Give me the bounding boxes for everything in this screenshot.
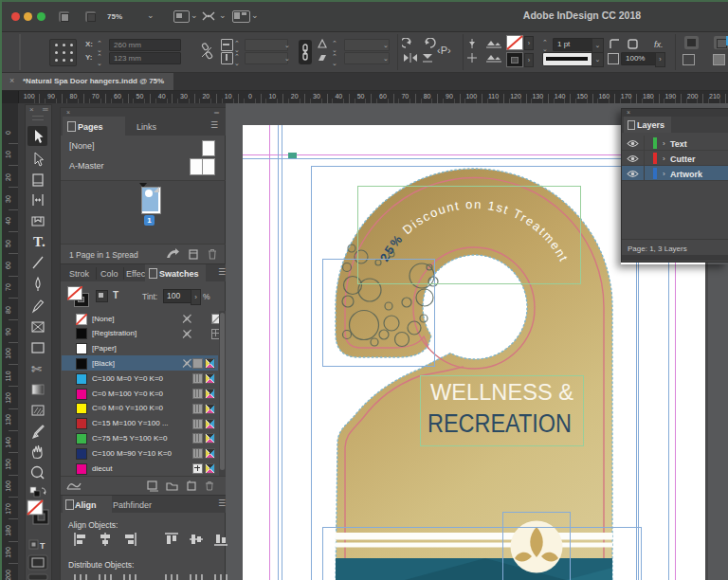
svg-text:T.: T. — [33, 234, 46, 249]
svg-text:✄: ✄ — [31, 362, 42, 376]
svg-text:T: T — [40, 541, 46, 551]
svg-text:WELLNESS &: WELLNESS & — [430, 379, 573, 405]
svg-text:RECREATION: RECREATION — [428, 409, 572, 438]
